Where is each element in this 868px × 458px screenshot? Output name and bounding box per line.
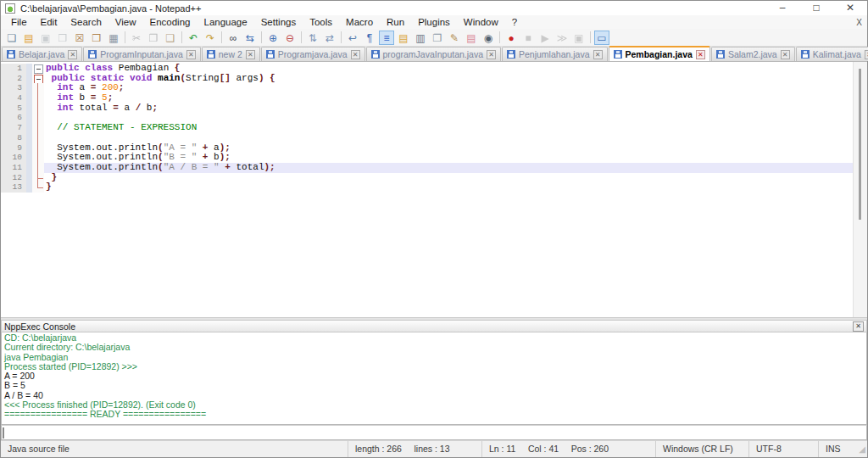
tab-close-icon[interactable]: ✕ <box>246 50 255 59</box>
resize-grip-icon: ◢ <box>854 444 867 454</box>
tab-close-icon[interactable]: ✕ <box>68 50 77 59</box>
file-icon <box>371 50 380 59</box>
tab-pembagian-java[interactable]: Pembagian.java✕ <box>609 46 710 61</box>
bookmark-margin <box>26 133 32 143</box>
minimize-button[interactable]: – <box>765 1 799 15</box>
nppexec-console-toggle-icon[interactable]: ▭ <box>594 31 609 45</box>
fold-collapse-icon[interactable] <box>32 64 44 74</box>
sync-scroll-horizontal-icon[interactable]: ⇄ <box>322 31 337 45</box>
status-insert-mode: INS <box>818 441 854 457</box>
line-number: 8 <box>1 133 26 143</box>
word-wrap-icon[interactable]: ↩ <box>345 31 360 45</box>
file-icon <box>7 50 15 59</box>
toolbar-separator <box>341 31 342 43</box>
copy-icon[interactable]: ❐ <box>146 31 161 45</box>
toolbar-separator <box>261 31 262 43</box>
console-close-icon[interactable]: ✕ <box>853 321 864 332</box>
undo-icon[interactable]: ↶ <box>186 31 201 45</box>
close-button[interactable]: ✕ <box>833 1 867 15</box>
line-number: 1 <box>1 64 26 74</box>
macro-record-icon[interactable]: ● <box>504 31 519 45</box>
menu-item-window[interactable]: Window <box>457 15 505 29</box>
tab-programjavainputan-java[interactable]: programJavaInputan.java✕ <box>366 47 502 61</box>
macro-stop-icon[interactable]: ■ <box>520 31 536 45</box>
redo-icon[interactable]: ↷ <box>203 31 218 45</box>
menu-item-file[interactable]: File <box>4 15 34 29</box>
menu-item-tools[interactable]: Tools <box>303 15 339 29</box>
macro-run-multiple-icon[interactable]: ≫ <box>554 31 570 45</box>
code-area[interactable]: 1public class Pembagian {2 public static… <box>1 62 853 317</box>
close-file-icon[interactable]: ☒ <box>72 31 87 45</box>
print-icon[interactable]: ▦ <box>106 31 121 45</box>
console-line: Process started (PID=12892) >>> <box>4 362 864 371</box>
console-output[interactable]: CD: C:\belajarjavaCurrent directory: C:\… <box>1 332 867 425</box>
tab-close-icon[interactable]: ✕ <box>593 50 603 59</box>
monitoring-eye-icon[interactable]: ◉ <box>481 31 496 45</box>
tab-close-icon[interactable]: ✕ <box>487 50 496 59</box>
tab-label: Pembagian.java <box>626 49 693 59</box>
show-all-characters-icon[interactable]: ¶ <box>362 31 377 45</box>
save-all-icon[interactable]: ❒ <box>55 31 70 45</box>
console-title: NppExec Console <box>4 321 75 332</box>
file-icon <box>507 50 515 59</box>
sync-scroll-vertical-icon[interactable]: ⇅ <box>305 31 320 45</box>
macro-play-icon[interactable]: ▶ <box>537 31 553 45</box>
maximize-button[interactable]: □ <box>799 1 833 15</box>
folder-as-workspace-icon[interactable]: ▤ <box>464 31 479 45</box>
bookmark-margin <box>26 182 32 193</box>
close-all-icon[interactable]: ❒ <box>89 31 104 45</box>
function-list-icon[interactable]: ▤ <box>396 31 411 45</box>
tab-kalimat-java[interactable]: Kalimat.java✕ <box>796 47 868 61</box>
menu-item-help[interactable]: ? <box>505 15 524 29</box>
tab-close-icon[interactable]: ✕ <box>186 50 196 59</box>
code-line: 5 int total = a / b; <box>1 103 853 114</box>
new-file-icon[interactable]: ❏ <box>4 31 19 45</box>
fold-line <box>32 123 44 133</box>
editor-vertical-scrollbar[interactable] <box>853 62 867 317</box>
find-icon[interactable]: ∞ <box>225 31 241 45</box>
tab-penjumlahan-java[interactable]: Penjumlahan.java✕ <box>502 47 607 61</box>
menu-item-edit[interactable]: Edit <box>34 15 64 29</box>
document-list-icon[interactable]: ❐ <box>430 31 445 45</box>
fold-collapse-icon[interactable] <box>32 74 44 84</box>
tab-close-icon[interactable]: ✕ <box>781 50 790 59</box>
zoom-in-icon[interactable]: ⊕ <box>265 31 281 45</box>
indent-guide-icon[interactable]: ≡ <box>379 31 394 45</box>
paste-icon[interactable]: ❑ <box>163 31 178 45</box>
cut-icon[interactable]: ✂ <box>129 31 144 45</box>
console-line: Current directory: C:\belajarjava <box>4 343 864 352</box>
line-number: 5 <box>1 103 26 114</box>
scrollbar-thumb[interactable] <box>859 69 861 220</box>
macro-save-icon[interactable]: ▣ <box>571 31 587 45</box>
menu-item-language[interactable]: Language <box>197 15 253 29</box>
fold-line <box>32 113 44 123</box>
menu-item-search[interactable]: Search <box>64 15 108 29</box>
edit-marker-icon[interactable]: ✎ <box>447 31 462 45</box>
tab-close-icon[interactable]: ✕ <box>696 50 705 59</box>
menu-item-view[interactable]: View <box>108 15 143 29</box>
tab-programinputan-java[interactable]: ProgramInputan.java✕ <box>83 47 200 61</box>
status-doc-type: Java source file <box>1 441 348 457</box>
editor[interactable]: 1public class Pembagian {2 public static… <box>1 62 867 317</box>
tab-programjava-java[interactable]: Programjava.java✕ <box>261 47 365 61</box>
tab-close-icon[interactable]: ✕ <box>865 50 868 59</box>
replace-icon[interactable]: ⇆ <box>242 31 258 45</box>
menu-item-encoding[interactable]: Encoding <box>143 15 198 29</box>
console-input[interactable] <box>1 425 867 440</box>
tab-new-2[interactable]: new 2✕ <box>202 47 260 61</box>
menu-item-macro[interactable]: Macro <box>339 15 380 29</box>
document-close-button[interactable]: X <box>856 18 862 27</box>
tab-close-icon[interactable]: ✕ <box>351 50 360 59</box>
tab-belajar-java[interactable]: Belajar.java✕ <box>2 47 82 61</box>
menu-item-settings[interactable]: Settings <box>254 15 303 29</box>
tab-label: Belajar.java <box>19 49 64 59</box>
tab-salam2-java[interactable]: Salam2.java✕ <box>711 47 795 61</box>
open-folder-icon[interactable]: ▤ <box>21 31 36 45</box>
document-map-icon[interactable]: ▥ <box>413 31 428 45</box>
save-icon[interactable]: ▣ <box>38 31 53 45</box>
menu-item-plugins[interactable]: Plugins <box>411 15 457 29</box>
zoom-out-icon[interactable]: ⊖ <box>282 31 298 45</box>
window-title: C:\belajarjava\Pembagian.java - Notepad+… <box>20 3 201 14</box>
menu-item-run[interactable]: Run <box>380 15 411 29</box>
code-line: 3 int a = 200; <box>1 83 853 93</box>
